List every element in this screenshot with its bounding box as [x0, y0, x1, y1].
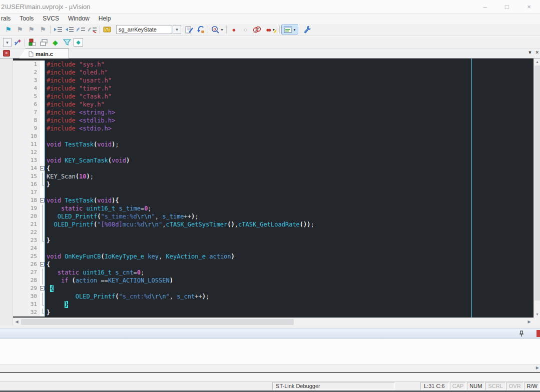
- code-text[interactable]: #include "sys.h": [45, 60, 533, 68]
- code-text[interactable]: #include "key.h": [45, 100, 533, 108]
- command-window-icon[interactable]: [27, 38, 38, 48]
- code-text[interactable]: }: [45, 300, 533, 308]
- debug-windows-icon[interactable]: ▾: [281, 24, 298, 34]
- menu-item-peripherals[interactable]: rals: [0, 14, 15, 23]
- output-panel-caption[interactable]: [0, 328, 540, 338]
- code-text[interactable]: {: [45, 260, 533, 268]
- code-line: 17: [13, 188, 533, 196]
- comment-selection-icon[interactable]: ∕∕: [75, 24, 87, 34]
- close-tab-icon[interactable]: ✕: [535, 50, 539, 55]
- fold-margin: [40, 100, 45, 108]
- code-text[interactable]: }: [45, 236, 533, 244]
- code-text[interactable]: }: [45, 308, 533, 316]
- tab-main-c[interactable]: main.c: [19, 48, 69, 58]
- memory-window-icon[interactable]: ◆: [73, 38, 84, 48]
- line-number: 13: [13, 156, 40, 164]
- disassembly-window-icon[interactable]: [38, 38, 50, 48]
- vertical-scrollbar[interactable]: ▲ ▼: [533, 58, 540, 318]
- code-text[interactable]: OLED_Printf("[%08d]mcu:%d\r\n",cTASK_Get…: [45, 220, 533, 228]
- watch-window-icon[interactable]: [61, 38, 73, 48]
- horizontal-scroll-thumb[interactable]: [21, 319, 294, 325]
- close-button[interactable]: ×: [518, 0, 540, 14]
- scroll-left-icon[interactable]: ◀: [13, 318, 21, 326]
- menu-item-window[interactable]: Window: [64, 14, 94, 23]
- symbols-window-icon[interactable]: ◆: [50, 38, 61, 48]
- code-text[interactable]: static uint16_t s_time=0;: [45, 204, 533, 212]
- code-editor[interactable]: 1#include "sys.h"2#include "oled.h"3#inc…: [13, 58, 533, 318]
- pin-icon[interactable]: [519, 330, 524, 337]
- window-select-dropdown[interactable]: ▾: [3, 38, 12, 47]
- window-controls: – □ ×: [474, 0, 540, 14]
- code-text[interactable]: [45, 188, 533, 196]
- status-flag-cap: CAP: [450, 382, 466, 390]
- code-text[interactable]: #include "usart.h": [45, 76, 533, 84]
- code-text[interactable]: #include <stdlib.h>: [45, 116, 533, 124]
- disable-all-breakpoints-icon[interactable]: [251, 24, 263, 34]
- fold-toggle-icon[interactable]: [40, 196, 45, 204]
- code-text[interactable]: OLED_Printf("s_time:%d\r\n", s_time++);: [45, 212, 533, 220]
- code-text[interactable]: OLED_Printf("s_cnt:%d\r\n", s_cnt++);: [45, 292, 533, 300]
- code-text[interactable]: void KEY_ScanTask(void): [45, 156, 533, 164]
- code-text[interactable]: #include "timer.h": [45, 84, 533, 92]
- code-text[interactable]: KEY_Scan(10);: [45, 172, 533, 180]
- chevron-down-icon: ▾: [293, 28, 295, 32]
- toolbar-separator: [279, 26, 280, 34]
- toggle-breakpoint-icon[interactable]: ●: [228, 24, 240, 34]
- configure-tools-icon[interactable]: [302, 24, 313, 34]
- code-text[interactable]: void OnKeyFunCB(IoKeyType_e key, KeyActi…: [45, 252, 533, 260]
- symbol-combo[interactable]: sg_arrKeyState: [116, 25, 172, 34]
- code-text[interactable]: [45, 148, 533, 156]
- find-in-files-icon[interactable]: [102, 24, 113, 34]
- code-line: 9#include <stdio.h>: [13, 124, 533, 132]
- code-text[interactable]: void TestTask(void){: [45, 196, 533, 204]
- code-text[interactable]: #include "oled.h": [45, 68, 533, 76]
- clear-bookmarks-icon[interactable]: ⚑: [37, 24, 49, 34]
- menu-item-help[interactable]: Help: [94, 14, 116, 23]
- fold-toggle-icon[interactable]: [40, 284, 45, 292]
- horizontal-scrollbar[interactable]: ◀ ▶: [13, 318, 533, 326]
- code-text[interactable]: static uint16_t s_cnt=0;: [45, 268, 533, 276]
- code-line: 32}: [13, 308, 533, 316]
- panel-scrollbar[interactable]: ▶: [0, 364, 540, 372]
- line-number: 16: [13, 180, 40, 188]
- symbol-combo-dropdown[interactable]: ▾: [173, 25, 181, 34]
- uncomment-selection-icon[interactable]: ∕∕: [87, 24, 98, 34]
- kill-all-breakpoints-icon[interactable]: ●● ✗ ▾: [263, 24, 278, 34]
- menu-item-svcs[interactable]: SVCS: [38, 14, 64, 23]
- menu-item-tools[interactable]: Tools: [15, 14, 38, 23]
- code-text[interactable]: [45, 228, 533, 236]
- scroll-down-icon[interactable]: ▼: [534, 311, 540, 318]
- code-text[interactable]: #include <stdio.h>: [45, 124, 533, 132]
- minimize-button[interactable]: –: [474, 0, 496, 14]
- find-dialog-icon[interactable]: d ▾: [210, 24, 225, 34]
- insert-bookmark-icon[interactable]: ⚑: [3, 24, 14, 34]
- code-text[interactable]: {: [45, 164, 533, 172]
- code-text[interactable]: #include "cTask.h": [45, 92, 533, 100]
- panel-scroll-right-icon[interactable]: ▶: [536, 366, 539, 370]
- flash-configure-icon[interactable]: [183, 24, 195, 34]
- scroll-up-icon[interactable]: ▲: [534, 58, 540, 65]
- disable-breakpoint-icon[interactable]: ○: [240, 24, 251, 34]
- previous-bookmark-icon[interactable]: ⚑: [14, 24, 26, 34]
- wizard-icon[interactable]: [12, 38, 23, 48]
- fold-toggle-icon[interactable]: [40, 260, 45, 268]
- code-text[interactable]: {: [45, 284, 533, 292]
- code-text[interactable]: [45, 244, 533, 252]
- indent-icon[interactable]: [64, 24, 75, 34]
- tab-list-dropdown-icon[interactable]: ▼: [528, 50, 532, 55]
- scroll-right-icon[interactable]: ▶: [525, 318, 533, 326]
- code-text[interactable]: [45, 132, 533, 140]
- code-text[interactable]: if (action ==KEY_ACTION_LOSSEN): [45, 276, 533, 284]
- next-bookmark-icon[interactable]: ⚑: [26, 24, 37, 34]
- unindent-icon[interactable]: [52, 24, 64, 34]
- vertical-scroll-thumb[interactable]: [534, 66, 540, 300]
- jump-back-icon[interactable]: [195, 24, 206, 34]
- close-pane-icon[interactable]: ×: [3, 50, 10, 56]
- panel-close-icon[interactable]: [536, 330, 540, 337]
- line-number: 15: [13, 172, 40, 180]
- maximize-button[interactable]: □: [496, 0, 518, 14]
- code-text[interactable]: }: [45, 180, 533, 188]
- code-text[interactable]: #include <string.h>: [45, 108, 533, 116]
- fold-toggle-icon[interactable]: [40, 164, 45, 172]
- code-text[interactable]: void TestTask(void);: [45, 140, 533, 148]
